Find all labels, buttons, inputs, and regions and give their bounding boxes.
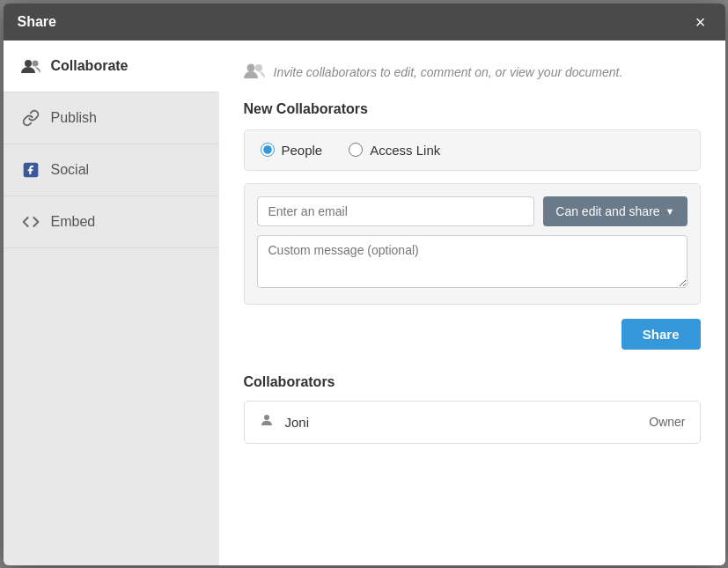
sidebar-item-embed-label: Embed	[51, 214, 96, 230]
main-content: Invite collaborators to edit, comment on…	[219, 41, 725, 565]
radio-group: People Access Link	[244, 129, 701, 171]
share-btn-row: Share	[244, 319, 701, 350]
radio-people-input[interactable]	[261, 143, 275, 157]
modal-header: Share ×	[4, 4, 725, 41]
collaborators-title: Collaborators	[244, 374, 701, 390]
radio-access-link-label: Access Link	[370, 143, 440, 158]
svg-point-0	[25, 60, 32, 67]
email-input[interactable]	[257, 196, 535, 226]
modal-body: Collaborate Publish	[4, 41, 725, 565]
message-textarea[interactable]	[257, 235, 688, 288]
invite-header: Invite collaborators to edit, comment on…	[244, 62, 701, 84]
code-icon	[21, 212, 40, 232]
share-button[interactable]: Share	[621, 319, 701, 350]
sidebar-item-publish[interactable]: Publish	[4, 92, 219, 144]
svg-point-1	[32, 60, 38, 66]
sidebar-item-collaborate[interactable]: Collaborate	[4, 41, 219, 92]
collaborator-role: Owner	[649, 415, 685, 429]
new-collaborators-title: New Collaborators	[244, 101, 701, 117]
collaborator-person-icon	[259, 412, 275, 432]
permission-label: Can edit and share	[555, 204, 659, 218]
invite-icon	[244, 62, 265, 84]
collaborators-table: Joni Owner	[244, 401, 701, 444]
sidebar-item-embed[interactable]: Embed	[4, 196, 219, 248]
sidebar-item-social[interactable]: Social	[4, 144, 219, 196]
svg-point-4	[255, 64, 262, 71]
sidebar-item-collaborate-label: Collaborate	[51, 58, 129, 74]
email-row: Can edit and share ▼	[257, 196, 688, 226]
radio-access-link[interactable]: Access Link	[349, 143, 440, 158]
link-icon	[21, 108, 40, 128]
invite-description: Invite collaborators to edit, comment on…	[274, 65, 623, 79]
sidebar-item-publish-label: Publish	[51, 110, 97, 126]
sidebar: Collaborate Publish	[4, 41, 219, 565]
form-area: Can edit and share ▼	[244, 183, 701, 305]
radio-access-link-input[interactable]	[349, 143, 363, 157]
facebook-icon	[21, 160, 40, 180]
share-modal: Share × Collaborate	[4, 4, 725, 565]
modal-title: Share	[18, 14, 56, 30]
radio-people-label: People	[282, 143, 323, 158]
radio-people[interactable]: People	[261, 143, 323, 158]
close-button[interactable]: ×	[690, 10, 711, 34]
svg-point-3	[246, 63, 254, 71]
chevron-down-icon: ▼	[665, 206, 675, 217]
people-icon	[21, 56, 40, 76]
permission-button[interactable]: Can edit and share ▼	[543, 196, 687, 226]
collaborator-row: Joni Owner	[245, 402, 700, 443]
svg-point-5	[264, 415, 269, 420]
sidebar-item-social-label: Social	[51, 162, 90, 178]
collaborator-name: Joni	[285, 415, 639, 430]
